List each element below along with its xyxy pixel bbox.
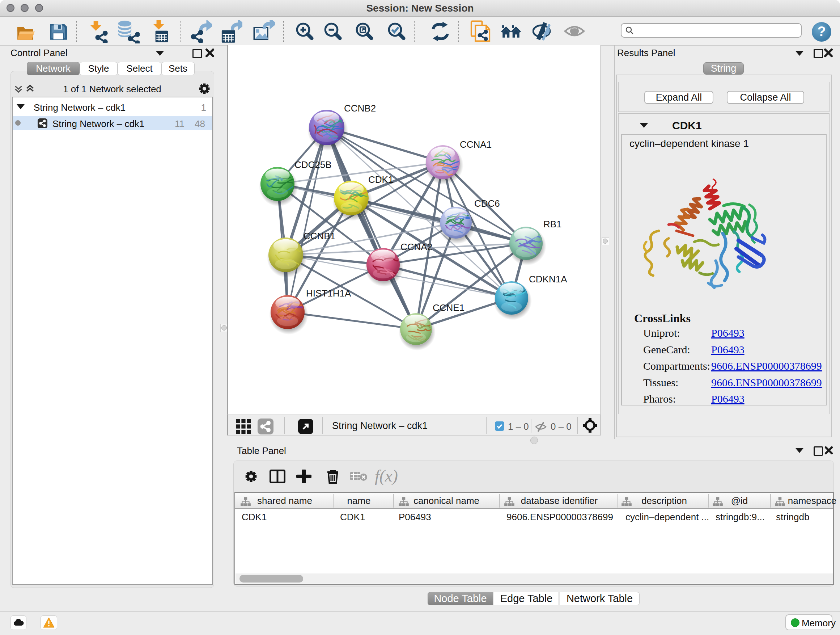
svg-text:RB1: RB1 [543,219,562,230]
svg-text:CCNB2: CCNB2 [344,103,376,114]
svg-text:CDC6: CDC6 [474,198,500,209]
svg-text:CCNB1: CCNB1 [303,231,335,241]
svg-text:CDC25B: CDC25B [294,159,332,170]
svg-text:HIST1H1A: HIST1H1A [306,288,351,299]
svg-text:CDK1: CDK1 [368,174,393,185]
svg-text:CCNA2: CCNA2 [401,241,432,252]
svg-text:CCNA1: CCNA1 [460,139,492,150]
svg-text:CDKN1A: CDKN1A [529,274,567,285]
svg-text:CCNE1: CCNE1 [433,302,464,313]
